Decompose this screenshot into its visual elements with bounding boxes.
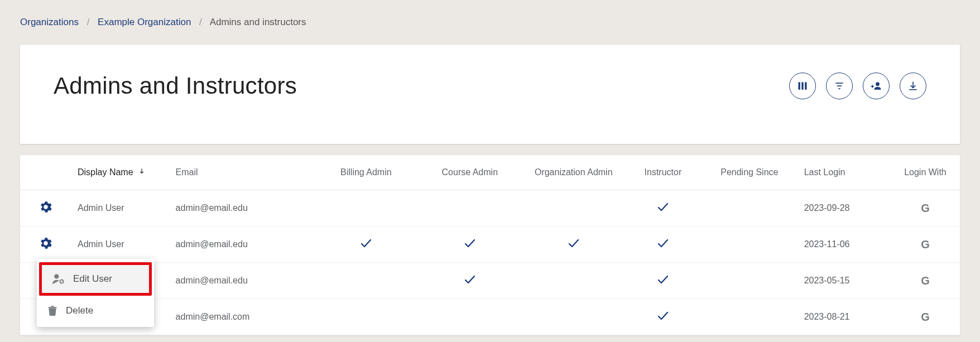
- col-display-name-label: Display Name: [78, 167, 133, 177]
- breadcrumb-organizations[interactable]: Organizations: [20, 17, 79, 27]
- cell-course-admin: [418, 190, 522, 227]
- cell-instructor: [626, 263, 700, 299]
- breadcrumb: Organizations / Example Organization / A…: [0, 0, 980, 39]
- svg-rect-0: [799, 82, 800, 89]
- cell-email: admin@email.edu: [170, 263, 314, 299]
- cell-actions: [20, 227, 72, 263]
- cell-pending-since: [700, 190, 799, 227]
- user-gear-icon: [52, 273, 65, 285]
- svg-point-10: [60, 280, 64, 283]
- cell-actions: [20, 190, 72, 227]
- col-course-admin[interactable]: Course Admin: [418, 155, 522, 190]
- col-instructor[interactable]: Instructor: [626, 155, 700, 190]
- cell-billing-admin: [314, 227, 418, 263]
- table-row: Admin Useradmin@email.edu2023-11-06G: [20, 227, 960, 263]
- cell-org-admin: [522, 299, 626, 335]
- col-actions: [20, 155, 72, 190]
- cell-email: admin@email.edu: [170, 190, 314, 227]
- google-icon: G: [921, 238, 930, 251]
- col-billing-admin[interactable]: Billing Admin: [314, 155, 418, 190]
- header-actions: [789, 73, 926, 99]
- table-row: admin@email.edu2023-05-15G: [20, 263, 960, 299]
- cell-display-name: Admin User: [72, 227, 170, 263]
- cell-billing-admin: [314, 263, 418, 299]
- col-last-login[interactable]: Last Login: [799, 155, 891, 190]
- cell-last-login: 2023-05-15: [799, 263, 891, 299]
- col-login-with[interactable]: Login With: [891, 155, 960, 190]
- breadcrumb-org[interactable]: Example Organization: [98, 17, 191, 27]
- cell-instructor: [626, 190, 700, 227]
- google-icon: G: [921, 274, 930, 287]
- google-icon: G: [921, 311, 930, 324]
- cell-course-admin: [418, 299, 522, 335]
- check-icon: [359, 237, 373, 250]
- table-row: Admin Useradmin@email.edu2023-09-28G: [20, 190, 960, 227]
- page-title: Admins and Instructors: [54, 73, 297, 99]
- svg-rect-12: [51, 306, 54, 307]
- col-email[interactable]: Email: [170, 155, 314, 190]
- check-icon: [656, 273, 670, 286]
- breadcrumb-sep: /: [199, 17, 202, 27]
- check-icon: [656, 237, 670, 250]
- cell-login-with: G: [891, 190, 960, 227]
- check-icon: [656, 309, 670, 322]
- col-pending-since[interactable]: Pending Since: [700, 155, 799, 190]
- trash-icon: [47, 305, 58, 317]
- page-header: Admins and Instructors: [20, 45, 960, 144]
- menu-edit-user[interactable]: Edit User: [39, 262, 152, 296]
- filter-button[interactable]: [826, 73, 853, 99]
- check-icon: [463, 273, 477, 286]
- menu-edit-user-label: Edit User: [73, 273, 112, 285]
- breadcrumb-current: Admins and instructors: [210, 17, 306, 27]
- cell-billing-admin: [314, 190, 418, 227]
- cell-billing-admin: [314, 299, 418, 335]
- columns-icon: [797, 80, 808, 91]
- check-icon: [656, 200, 670, 214]
- svg-rect-2: [805, 82, 806, 89]
- col-display-name[interactable]: Display Name: [72, 155, 170, 190]
- cell-instructor: [626, 227, 700, 263]
- cell-last-login: 2023-08-21: [799, 299, 891, 335]
- cell-login-with: G: [891, 299, 960, 335]
- users-table-card: Display Name Email Billing Admin Course …: [20, 155, 960, 335]
- cell-last-login: 2023-09-28: [799, 190, 891, 227]
- cell-email: admin@email.edu: [170, 227, 314, 263]
- gear-icon[interactable]: [40, 201, 52, 213]
- menu-delete[interactable]: Delete: [37, 297, 154, 325]
- cell-org-admin: [522, 227, 626, 263]
- cell-org-admin: [522, 263, 626, 299]
- cell-last-login: 2023-11-06: [799, 227, 891, 263]
- svg-point-9: [54, 274, 59, 278]
- download-button[interactable]: [900, 73, 926, 99]
- sort-down-icon: [138, 167, 146, 175]
- download-icon: [907, 80, 919, 91]
- users-table: Display Name Email Billing Admin Course …: [20, 155, 960, 335]
- svg-point-6: [876, 82, 880, 86]
- gear-icon[interactable]: [40, 237, 52, 249]
- add-user-icon: [871, 80, 882, 91]
- cell-org-admin: [522, 190, 626, 227]
- add-user-button[interactable]: [863, 73, 890, 99]
- cell-pending-since: [700, 263, 799, 299]
- cell-pending-since: [700, 299, 799, 335]
- check-icon: [463, 237, 477, 250]
- check-icon: [567, 237, 580, 250]
- cell-instructor: [626, 299, 700, 335]
- menu-delete-label: Delete: [66, 305, 93, 316]
- col-org-admin[interactable]: Organization Admin: [522, 155, 626, 190]
- columns-button[interactable]: [789, 73, 816, 99]
- breadcrumb-sep: /: [87, 17, 90, 27]
- svg-rect-11: [49, 307, 57, 308]
- cell-login-with: G: [891, 263, 960, 299]
- table-row: admin@email.com2023-08-21G: [20, 299, 960, 335]
- cell-course-admin: [418, 263, 522, 299]
- row-context-menu: Edit User Delete: [37, 259, 154, 327]
- filter-icon: [834, 80, 845, 91]
- cell-email: admin@email.com: [170, 299, 314, 335]
- svg-rect-1: [801, 82, 803, 89]
- cell-login-with: G: [891, 227, 960, 263]
- google-icon: G: [921, 202, 930, 215]
- cell-course-admin: [418, 227, 522, 263]
- cell-display-name: Admin User: [72, 190, 170, 227]
- cell-pending-since: [700, 227, 799, 263]
